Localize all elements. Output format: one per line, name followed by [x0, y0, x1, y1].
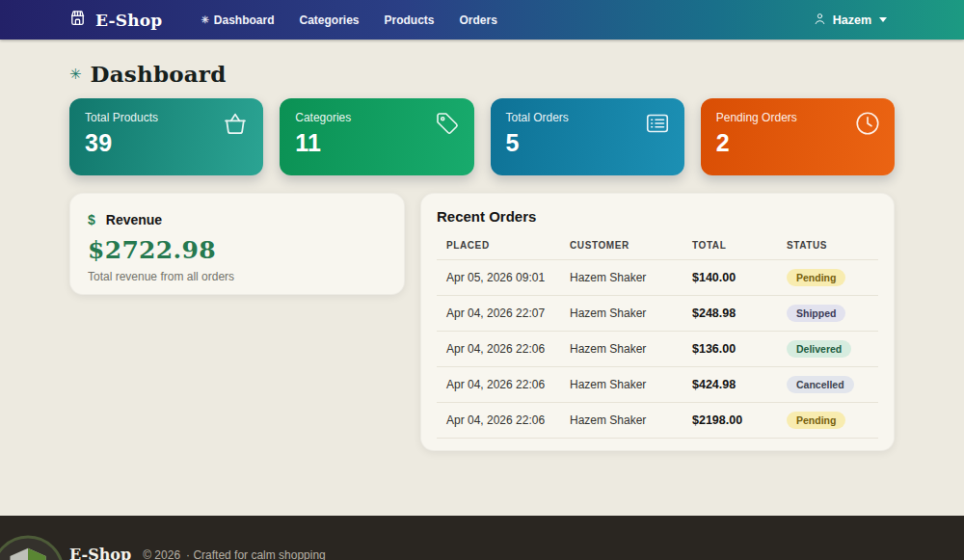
column-header-placed: PLACED	[437, 230, 570, 260]
stat-card-total-orders: Total Orders 5	[491, 98, 684, 175]
table-row[interactable]: Apr 05, 2026 09:01 Hazem Shaker $140.00 …	[437, 260, 878, 296]
nav-item-dashboard[interactable]: ✳ Dashboard	[201, 13, 274, 27]
table-row[interactable]: Apr 04, 2026 22:07 Hazem Shaker $248.98 …	[437, 296, 878, 332]
basket-icon	[220, 109, 251, 140]
sparkle-icon: ✳	[69, 66, 82, 83]
person-icon	[813, 12, 827, 29]
stat-card-pending-orders: Pending Orders 2	[701, 98, 895, 175]
nav-item-label: Categories	[299, 13, 359, 27]
navbar: E-Shop ✳ Dashboard Categories Products O…	[0, 0, 964, 40]
dollar-icon: $	[88, 212, 95, 227]
main-content: ✳ Dashboard Total Products 39 Categories…	[0, 40, 964, 482]
brand[interactable]: E-Shop	[67, 8, 162, 32]
recent-orders-card: Recent Orders PLACED CUSTOMER TOTAL STAT…	[420, 193, 895, 451]
cell-customer: Hazem Shaker	[570, 260, 692, 296]
footer-tagline: · Crafted for calm shopping	[186, 548, 326, 560]
nav-item-categories[interactable]: Categories	[299, 13, 359, 27]
column-header-status: STATUS	[787, 230, 878, 260]
revenue-title: Revenue	[106, 212, 162, 227]
cell-total: $136.00	[692, 332, 787, 367]
footer: حقيل E-Shop © 2026 · Crafted for calm sh…	[0, 516, 964, 560]
cell-total: $424.98	[692, 367, 787, 403]
footer-brand: E-Shop	[69, 546, 131, 560]
chevron-down-icon	[879, 17, 887, 22]
cell-total: $248.98	[692, 296, 787, 332]
status-badge: Pending	[787, 412, 845, 429]
cell-customer: Hazem Shaker	[570, 332, 692, 367]
status-badge: Pending	[787, 269, 845, 286]
table-row[interactable]: Apr 04, 2026 22:06 Hazem Shaker $136.00 …	[437, 332, 878, 367]
sparkle-icon: ✳	[201, 14, 208, 25]
page-title: ✳ Dashboard	[69, 61, 895, 87]
brand-name: E-Shop	[95, 11, 162, 30]
revenue-card: $ Revenue $2722.98 Total revenue from al…	[69, 193, 405, 295]
table-row[interactable]: Apr 04, 2026 22:06 Hazem Shaker $424.98 …	[437, 367, 878, 403]
tag-icon	[433, 109, 462, 138]
logo-watermark: حقيل	[0, 534, 66, 560]
page-title-text: Dashboard	[91, 61, 227, 87]
column-header-customer: CUSTOMER	[570, 230, 692, 260]
nav-item-label: Dashboard	[214, 13, 275, 27]
recent-orders-title: Recent Orders	[437, 208, 878, 225]
nav-item-label: Products	[385, 13, 435, 27]
nav-item-label: Orders	[460, 13, 497, 27]
table-row[interactable]: Apr 04, 2026 22:06 Hazem Shaker $2198.00…	[437, 403, 878, 439]
status-badge: Cancelled	[787, 376, 854, 393]
stat-card-categories: Categories 11	[280, 98, 473, 175]
status-badge: Shipped	[787, 305, 845, 322]
footer-copyright: © 2026	[143, 548, 180, 560]
revenue-amount: $2722.98	[88, 236, 387, 264]
cell-placed: Apr 05, 2026 09:01	[437, 260, 570, 296]
user-menu[interactable]: Hazem	[813, 12, 887, 29]
column-header-total: TOTAL	[692, 230, 787, 260]
cell-total: $140.00	[692, 260, 787, 296]
orders-table: PLACED CUSTOMER TOTAL STATUS Apr 05, 202…	[437, 230, 878, 444]
cell-placed: Apr 04, 2026 22:07	[437, 296, 570, 332]
cell-customer: Hazem Shaker	[570, 367, 692, 403]
nav-item-products[interactable]: Products	[385, 13, 435, 27]
cell-placed: Apr 04, 2026 22:06	[437, 367, 570, 403]
revenue-subtitle: Total revenue from all orders	[88, 270, 387, 283]
cell-total: $2198.00	[692, 403, 787, 439]
clock-icon	[853, 109, 882, 138]
cell-placed: Apr 04, 2026 22:06	[437, 403, 570, 439]
stats-row: Total Products 39 Categories 11 Total	[69, 98, 895, 175]
lower-panels: $ Revenue $2722.98 Total revenue from al…	[69, 193, 895, 451]
cell-customer: Hazem Shaker	[570, 296, 692, 332]
list-icon	[643, 109, 672, 138]
stat-card-total-products: Total Products 39	[69, 98, 263, 175]
user-name: Hazem	[833, 13, 871, 27]
nav-item-orders[interactable]: Orders	[460, 13, 497, 27]
cell-placed: Apr 04, 2026 22:06	[437, 332, 570, 367]
status-badge: Delivered	[787, 340, 851, 358]
cell-customer: Hazem Shaker	[570, 403, 692, 439]
storefront-icon	[67, 8, 88, 32]
